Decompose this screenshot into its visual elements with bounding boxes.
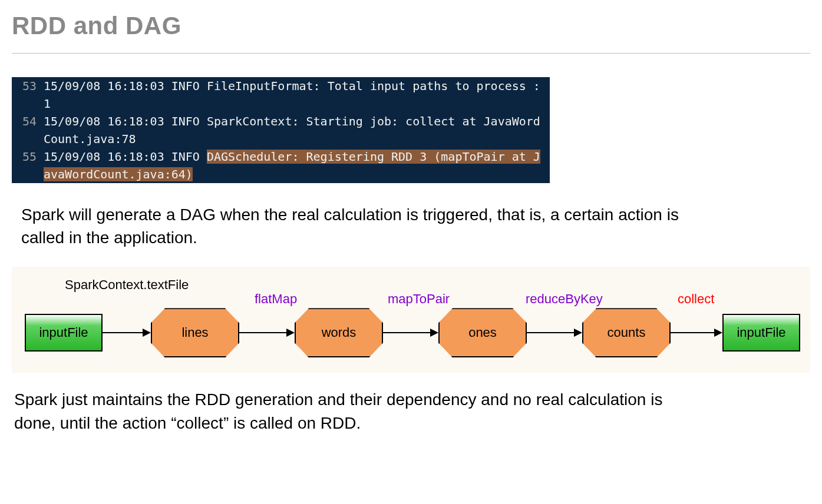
console-row: 53 15/09/08 16:18:03 INFO FileInputForma… <box>12 77 550 112</box>
arrow-head-icon <box>714 329 722 337</box>
node-label: words <box>322 325 356 340</box>
line-number: 54 <box>12 112 40 148</box>
log-line: 15/09/08 16:18:03 INFO DAGScheduler: Reg… <box>40 148 550 183</box>
title-divider <box>12 53 810 54</box>
log-line: 15/09/08 16:18:03 INFO SparkContext: Sta… <box>40 112 550 148</box>
arrow-head-icon <box>143 329 151 337</box>
slide-page: RDD and DAG 53 15/09/08 16:18:03 INFO Fi… <box>0 0 822 504</box>
log-line: 15/09/08 16:18:03 INFO FileInputFormat: … <box>40 77 550 112</box>
arrow-line <box>671 332 715 333</box>
page-title: RDD and DAG <box>12 12 810 40</box>
arrow-head-icon <box>286 329 295 337</box>
log-text: 15/09/08 16:18:03 INFO FileInputFormat: … <box>44 79 547 111</box>
arrow-line <box>383 332 431 333</box>
node-label: inputFile <box>39 325 88 340</box>
explanation-paragraph-1: Spark will generate a DAG when the real … <box>21 203 705 249</box>
diagram-top-label: SparkContext.textFile <box>65 277 189 293</box>
arrow-line <box>527 332 575 333</box>
node-label: counts <box>608 325 646 340</box>
node-inputfile-left: inputFile <box>25 314 103 352</box>
arrow-line <box>103 332 144 333</box>
op-label-collect: collect <box>678 291 714 307</box>
console-row: 55 15/09/08 16:18:03 INFO DAGScheduler: … <box>12 148 550 183</box>
log-text: 15/09/08 16:18:03 INFO SparkContext: Sta… <box>44 114 540 146</box>
op-label-maptopair: mapToPair <box>388 291 450 307</box>
line-number: 53 <box>12 77 40 112</box>
dag-diagram: SparkContext.textFile flatMap mapToPair … <box>12 267 810 373</box>
log-text: 15/09/08 16:18:03 INFO <box>44 150 207 164</box>
line-number: 55 <box>12 148 40 183</box>
node-label: inputFile <box>737 325 785 340</box>
arrow-head-icon <box>574 329 582 337</box>
op-label-reducebykey: reduceByKey <box>526 291 603 307</box>
node-inputfile-right: inputFile <box>722 314 800 352</box>
arrow-head-icon <box>430 329 438 337</box>
arrow-line <box>239 332 288 333</box>
node-counts: counts <box>582 308 671 357</box>
console-row: 54 15/09/08 16:18:03 INFO SparkContext: … <box>12 112 550 148</box>
node-ones: ones <box>438 308 527 357</box>
node-label: ones <box>468 325 497 340</box>
explanation-paragraph-2: Spark just maintains the RDD generation … <box>14 388 698 434</box>
node-words: words <box>295 308 383 357</box>
node-label: lines <box>181 325 208 340</box>
node-lines: lines <box>151 308 239 357</box>
console-log-block: 53 15/09/08 16:18:03 INFO FileInputForma… <box>12 77 550 183</box>
op-label-flatmap: flatMap <box>255 291 297 307</box>
